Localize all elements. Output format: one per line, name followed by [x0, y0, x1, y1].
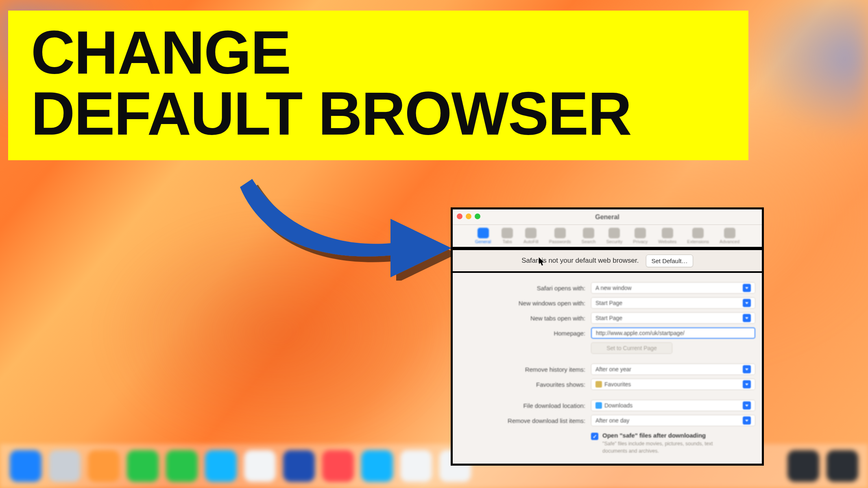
row-download-location: File download location: Downloads	[459, 400, 755, 411]
search-icon	[583, 228, 594, 238]
window-titlebar[interactable]: General	[453, 209, 762, 225]
label-homepage: Homepage:	[459, 330, 585, 337]
label-safari-opens-with: Safari opens with:	[459, 285, 585, 292]
checkbox-open-safe-files[interactable]: ✓	[591, 433, 598, 440]
label-favourites-shows: Favourites shows:	[459, 381, 585, 388]
window-title: General	[595, 214, 619, 221]
row-remove-history: Remove history items: After one year	[459, 364, 755, 375]
set-default-button[interactable]: Set Default…	[646, 255, 693, 267]
input-homepage[interactable]: http://www.apple.com/uk/startpage/	[591, 327, 755, 339]
chevron-down-icon	[743, 365, 751, 373]
chevron-down-icon	[743, 416, 751, 425]
select-favourites-shows[interactable]: Favourites	[591, 379, 755, 390]
select-new-windows[interactable]: Start Page	[591, 297, 755, 309]
globe-icon	[662, 228, 673, 238]
label-remove-history: Remove history items:	[459, 366, 585, 373]
mouse-cursor-icon	[539, 257, 545, 266]
dock-app-icon[interactable]	[49, 450, 81, 482]
dock-app-icon[interactable]	[283, 450, 315, 482]
traffic-lights	[457, 214, 480, 219]
toolbar-tab-advanced[interactable]: Advanced	[720, 228, 739, 244]
key-icon	[554, 228, 566, 238]
zoom-icon[interactable]	[475, 214, 480, 219]
row-set-current-page: Set to Current Page	[459, 342, 755, 354]
toolbar-tab-general[interactable]: General	[475, 228, 491, 244]
label-new-tabs: New tabs open with:	[459, 315, 585, 322]
row-open-safe-files: ✓ Open "safe" files after downloading "S…	[591, 432, 755, 455]
chevron-down-icon	[743, 284, 751, 292]
dock-app-icon[interactable]	[205, 450, 237, 482]
close-icon[interactable]	[457, 214, 462, 219]
hand-icon	[635, 228, 646, 238]
folder-icon	[595, 402, 602, 409]
toolbar-tab-tabs[interactable]: Tabs	[502, 228, 513, 244]
preferences-toolbar: General Tabs AutoFill Passwords Search S…	[453, 225, 762, 248]
chevron-down-icon	[743, 380, 751, 388]
toolbar-tab-search[interactable]: Search	[582, 228, 596, 244]
lock-icon	[608, 228, 620, 238]
gear-icon	[478, 228, 489, 238]
select-remove-downloads[interactable]: After one day	[591, 415, 755, 426]
toolbar-tab-extensions[interactable]: Extensions	[687, 228, 709, 244]
select-download-location[interactable]: Downloads	[591, 400, 755, 411]
label-download-location: File download location:	[459, 402, 585, 409]
dock-app-icon[interactable]	[827, 450, 858, 482]
banner-line-2: DEFAULT BROWSER	[31, 79, 631, 148]
dock-app-icon[interactable]	[787, 450, 819, 482]
dock-app-icon[interactable]	[244, 450, 276, 482]
toolbar-tab-privacy[interactable]: Privacy	[633, 228, 648, 244]
dock-app-icon[interactable]	[88, 450, 120, 482]
row-new-windows: New windows open with: Start Page	[459, 297, 755, 309]
toolbar-tab-autofill[interactable]: AutoFill	[523, 228, 539, 244]
title-banner: CHANGE DEFAULT BROWSER	[8, 11, 748, 160]
default-browser-notice: Safari is not your default web browser. …	[453, 248, 762, 273]
dock-app-icon[interactable]	[127, 450, 159, 482]
safari-general-preferences-window: General General Tabs AutoFill Passwords …	[451, 207, 764, 466]
row-homepage: Homepage: http://www.apple.com/uk/startp…	[459, 327, 755, 339]
label-new-windows: New windows open with:	[459, 300, 585, 307]
star-icon	[595, 381, 602, 388]
banner-line-1: CHANGE	[31, 18, 290, 87]
chevron-down-icon	[743, 401, 751, 410]
select-remove-history[interactable]: After one year	[591, 364, 755, 375]
tabs-icon	[502, 228, 513, 238]
select-new-tabs[interactable]: Start Page	[591, 312, 755, 324]
gears-icon	[724, 228, 735, 238]
general-settings-form: Safari opens with: A new window New wind…	[453, 273, 762, 464]
row-new-tabs: New tabs open with: Start Page	[459, 312, 755, 324]
toolbar-tab-websites[interactable]: Websites	[658, 228, 676, 244]
dock-app-icon[interactable]	[10, 450, 41, 482]
chevron-down-icon	[743, 314, 751, 322]
chevron-down-icon	[743, 299, 751, 307]
select-safari-opens-with[interactable]: A new window	[591, 282, 755, 294]
dock-app-icon[interactable]	[400, 450, 432, 482]
row-remove-downloads: Remove download list items: After one da…	[459, 415, 755, 426]
pencil-icon	[525, 228, 537, 238]
dock-app-icon[interactable]	[361, 450, 393, 482]
arrow-icon	[232, 175, 460, 281]
row-safari-opens-with: Safari opens with: A new window	[459, 282, 755, 294]
label-remove-downloads: Remove download list items:	[459, 417, 585, 424]
toolbar-tab-security[interactable]: Security	[606, 228, 622, 244]
label-open-safe-files: Open "safe" files after downloading	[602, 432, 733, 439]
hint-open-safe-files: "Safe" files include movies, pictures, s…	[602, 440, 733, 455]
dock-app-icon[interactable]	[166, 450, 198, 482]
puzzle-icon	[692, 228, 704, 238]
toolbar-tab-passwords[interactable]: Passwords	[549, 228, 571, 244]
set-to-current-page-button[interactable]: Set to Current Page	[591, 342, 672, 354]
row-favourites-shows: Favourites shows: Favourites	[459, 379, 755, 390]
minimize-icon[interactable]	[466, 214, 471, 219]
dock-app-icon[interactable]	[322, 450, 354, 482]
